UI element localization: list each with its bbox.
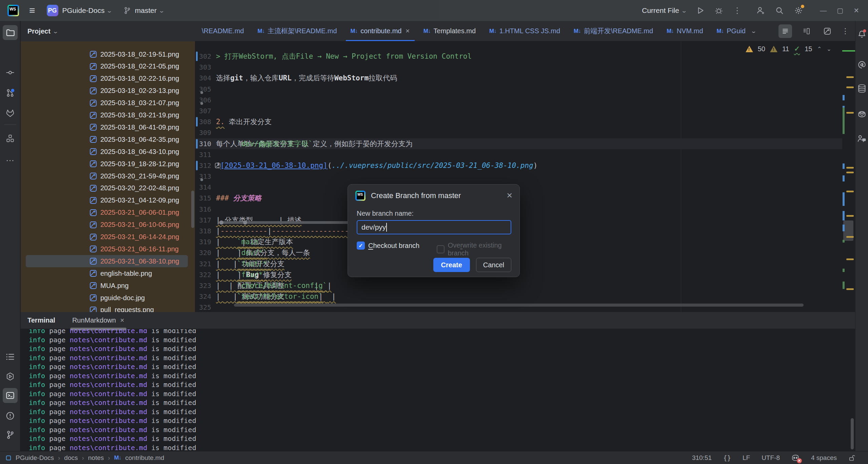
encoding-widget[interactable]: UTF-8 [762,454,780,462]
tree-item[interactable]: 2025-03-18_02-23-13.png [26,85,188,97]
stripe-changed-mark[interactable] [843,192,845,206]
tree-item[interactable]: 2025-03-18_02-22-16.png [26,73,188,85]
editor-horizontal-scrollbar[interactable] [234,304,804,307]
settings-button[interactable] [794,6,803,15]
copilot-status-icon[interactable]: ✕ [791,454,800,462]
tree-item[interactable]: 2025-03-20_21-59-49.png [26,170,188,182]
tree-item[interactable]: 2025-03-18_06-42-35.png [26,133,188,146]
more-actions-icon[interactable]: ⋮ [733,6,741,15]
project-widget[interactable]: PGuide-Docs ⌄ [58,6,112,15]
breadcrumb-item[interactable]: PGuide-Docs [16,454,54,462]
split-view-button[interactable] [800,24,813,38]
tree-item[interactable]: 2025-03-18_02-19-51.png [26,48,188,60]
stripe-warning-mark[interactable] [846,86,854,88]
branch-name-input[interactable]: dev/pyy [357,220,511,234]
tree-item[interactable]: 2025-03-21_06-16-11.png [26,243,188,255]
unlock-icon[interactable] [848,454,855,462]
maximize-button[interactable]: ▢ [837,6,843,15]
gitlab-tool-button[interactable] [3,106,18,121]
notifications-button[interactable] [856,28,868,39]
minimize-button[interactable]: — [820,7,827,15]
breadcrumb[interactable]: PGuide-Docs›docs›notes›M↓contribute.md [5,454,164,462]
tree-scrollbar[interactable] [191,191,194,228]
search-icon[interactable] [775,6,784,15]
tree-item[interactable]: 2025-03-21_06-38-10.png [26,255,188,267]
project-panel-header[interactable]: Project ⌄ [21,21,195,41]
stripe-added-mark[interactable] [843,108,845,134]
tree-item[interactable]: MUA.png [26,279,188,292]
stripe-changed-mark[interactable] [843,163,845,169]
tree-item[interactable]: 2025-03-20_22-02-48.png [26,182,188,194]
branch-widget[interactable]: master ⌄ [123,6,164,15]
editor-tab[interactable]: M↓1.HTML CSS JS.md [482,21,567,41]
todo-tool-button[interactable] [3,349,18,364]
editor-line[interactable]: 304选择git，输入仓库URL，完成后等待WebStorm拉取代码 [195,73,842,83]
stripe-added-mark[interactable] [843,282,845,289]
tree-item[interactable]: pull_requests.png [26,304,188,312]
table-column-handle[interactable] [219,220,223,225]
project-tool-button[interactable] [3,25,18,40]
stripe-changed-mark[interactable] [843,225,845,231]
editor-vertical-scrollbar[interactable] [843,220,853,241]
database-tool-button[interactable] [856,83,868,94]
stripe-warning-mark[interactable] [846,76,854,78]
editor-line[interactable]: 312![2025-03-21_06-38-10.png](../.vuepre… [195,160,842,171]
cancel-button[interactable]: Cancel [476,258,511,272]
tree-item[interactable]: 2025-03-21_06-10-06.png [26,219,188,231]
commit-tool-button[interactable] [3,65,18,80]
dialog-close-icon[interactable]: ✕ [507,191,513,200]
line-ending-widget[interactable]: LF [743,454,750,462]
editor-only-view-button[interactable] [778,24,792,38]
tree-item[interactable]: 2025-03-18_06-41-09.png [26,121,188,133]
close-window-button[interactable]: ✕ [853,6,859,15]
tree-item[interactable]: 2025-03-21_06-06-01.png [26,207,188,219]
editor-tab[interactable]: M↓Templates.md [417,21,482,41]
stripe-added-mark[interactable] [843,240,845,243]
more-tool-windows-button[interactable]: … [3,151,18,166]
breadcrumb-item[interactable]: docs [64,454,78,462]
editor-line[interactable]: 306 [195,95,842,105]
tree-item[interactable]: 2025-03-19_18-28-12.png [26,158,188,170]
editor-line[interactable]: 3082. 牵出开发分支 [195,116,842,127]
editor-line[interactable]: 323| `chore/*` | 配置/工具调整 | `chore/eslint… [195,280,842,291]
editor-tab[interactable]: M↓NVM.md [660,21,710,41]
terminal-panel-title[interactable]: Terminal [27,316,55,324]
previous-highlight-button[interactable]: ⌃ [817,45,822,53]
terminal-tab-runmarkdown[interactable]: RunMarkdown ✕ [70,312,126,329]
tab-close-icon[interactable]: ✕ [120,317,124,324]
editor-line[interactable]: 309 [195,127,842,138]
git-tool-button[interactable] [3,85,18,100]
services-tool-button[interactable] [3,369,18,384]
breadcrumb-item[interactable]: contribute.md [125,454,164,462]
editor-line[interactable]: 305 [195,84,842,95]
main-menu-icon[interactable]: ≡ [29,5,35,16]
editor-line[interactable]: 313 [195,171,842,182]
editor-line[interactable]: 324| `test/*` | 测试功能分支 | `test/refactor-… [195,291,842,302]
tree-item[interactable]: 2025-03-21_04-12-09.png [26,194,188,207]
editor-tab[interactable]: M↓前端开发\README.md [567,21,660,41]
editor-line[interactable]: 303 [195,62,842,73]
tree-item[interactable]: english-table.png [26,267,188,279]
structure-tool-button[interactable] [3,131,18,146]
stripe-warning-mark[interactable] [846,167,854,169]
add-user-icon[interactable] [756,6,765,15]
create-button[interactable]: Create [433,258,470,272]
run-button[interactable] [696,6,705,15]
inspections-widget[interactable]: 50 11 ✓ 15 ⌃ ⌄ [746,45,831,53]
stripe-warning-mark[interactable] [846,112,854,114]
checkout-branch-checkbox[interactable]: ✓ Checkout branch [357,241,419,250]
stripe-changed-mark[interactable] [843,95,845,100]
tree-item[interactable]: 2025-03-21_06-14-24.png [26,231,188,243]
editor-tab[interactable]: M↓contribute.md✕ [344,21,417,41]
terminal-scrollbar[interactable] [851,418,854,449]
stripe-warning-mark[interactable] [846,215,854,217]
tree-item[interactable]: 2025-03-18_06-43-10.png [26,146,188,158]
stripe-warning-mark[interactable] [846,191,854,192]
stripe-warning-mark[interactable] [846,172,854,173]
terminal-output[interactable]: info page notes\contribute.md is modifie… [21,329,855,451]
editor-line[interactable]: 311 [195,149,842,160]
run-configuration-selector[interactable]: Current File ⌄ [642,6,686,15]
ai-chat-tool-button[interactable] [856,108,868,119]
preview-view-button[interactable] [821,24,834,38]
editor-tab[interactable]: M↓PGuid⌄ [710,21,763,41]
